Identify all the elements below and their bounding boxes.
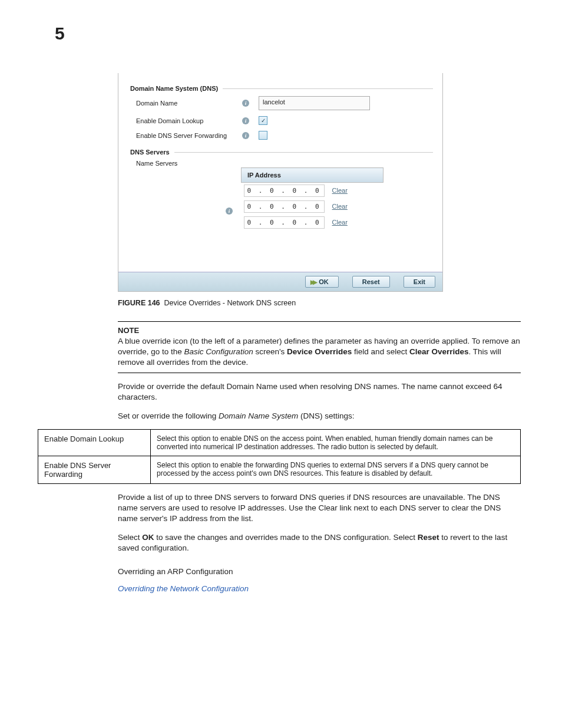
figure-number: FIGURE 146	[118, 299, 160, 307]
info-icon[interactable]: i	[242, 100, 249, 107]
clear-link-1[interactable]: Clear	[326, 187, 353, 194]
ok-button[interactable]: ▶▶ OK	[305, 276, 339, 288]
dns-fieldset-title: Domain Name System (DNS)	[128, 84, 220, 93]
enable-lookup-row: Enable Domain Lookup i ✓	[128, 113, 433, 128]
paragraph-ok-reset: Select OK to save the changes and overri…	[118, 532, 521, 554]
setting-name: Enable Domain Lookup	[38, 430, 151, 456]
ip-address-header: IP Address	[242, 168, 384, 183]
ip-input-3[interactable]: 0 . 0 . 0 . 0	[244, 216, 325, 229]
setting-name: Enable DNS Server Forwarding	[38, 456, 151, 484]
info-icon[interactable]: i	[242, 132, 249, 139]
button-bar: ▶▶ OK Reset Exit	[118, 272, 442, 291]
enable-forwarding-checkbox[interactable]	[259, 131, 267, 140]
paragraph-dns-list: Provide a list of up to three DNS server…	[118, 492, 521, 525]
exit-button[interactable]: Exit	[404, 276, 435, 288]
info-icon[interactable]: i	[242, 117, 249, 124]
enable-forwarding-row: Enable DNS Server Forwarding i	[128, 128, 433, 143]
table-row: Enable Domain Lookup Select this option …	[38, 430, 521, 456]
play-icon: ▶▶	[310, 279, 315, 285]
ip-input-2[interactable]: 0 . 0 . 0 . 0	[244, 200, 325, 213]
chapter-number: 5	[55, 24, 527, 44]
section-heading-arp: Overriding an ARP Configuration	[118, 566, 521, 577]
figure-title: Device Overrides - Network DNS screen	[164, 299, 296, 307]
clear-link-3[interactable]: Clear	[326, 219, 353, 226]
dns-config-screenshot: Domain Name System (DNS) Domain Name i l…	[118, 73, 443, 292]
dns-servers-title: DNS Servers	[128, 147, 172, 157]
enable-lookup-checkbox[interactable]: ✓	[259, 116, 267, 125]
ip-input-1[interactable]: 0 . 0 . 0 . 0	[244, 185, 325, 197]
link-overriding-network[interactable]: Overriding the Network Configuration	[118, 584, 521, 594]
dns-servers-fieldset: DNS Servers Name Servers i IP Address 0 …	[128, 147, 433, 230]
note-body: A blue override icon (to the left of a p…	[118, 336, 521, 368]
enable-forwarding-label: Enable DNS Server Forwarding	[136, 132, 236, 139]
name-servers-label: Name Servers	[136, 160, 236, 167]
settings-table: Enable Domain Lookup Select this option …	[38, 429, 521, 484]
domain-name-label: Domain Name	[136, 100, 236, 107]
domain-name-row: Domain Name i lancelot	[128, 93, 433, 113]
table-row: Enable DNS Server Forwarding Select this…	[38, 456, 521, 484]
domain-name-input[interactable]: lancelot	[259, 96, 370, 110]
info-icon[interactable]: i	[226, 207, 233, 215]
reset-button[interactable]: Reset	[352, 276, 390, 288]
paragraph-domain-name: Provide or override the default Domain N…	[118, 381, 521, 403]
note-heading: NOTE	[118, 325, 521, 336]
clear-link-2[interactable]: Clear	[326, 203, 353, 210]
dns-fieldset: Domain Name System (DNS) Domain Name i l…	[128, 84, 433, 143]
figure-caption: FIGURE 146 Device Overrides - Network DN…	[118, 299, 527, 307]
paragraph-dns-settings: Set or override the following Domain Nam…	[118, 411, 521, 421]
enable-lookup-label: Enable Domain Lookup	[136, 117, 236, 124]
setting-desc: Select this option to enable DNS on the …	[151, 430, 521, 456]
setting-desc: Select this option to enable the forward…	[151, 456, 521, 484]
